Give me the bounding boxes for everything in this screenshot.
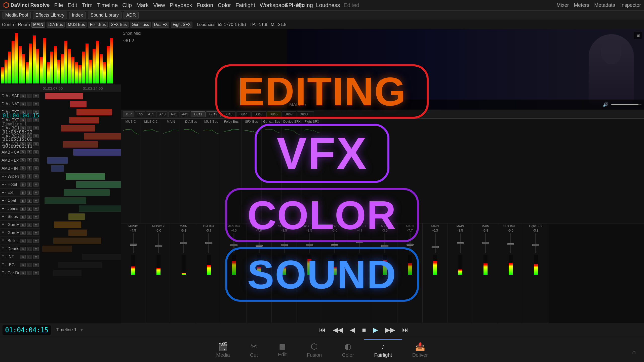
track-btn-m-12[interactable]: M — [33, 191, 39, 195]
track-btn-m-10[interactable]: M — [33, 174, 39, 178]
fader-handle-16[interactable] — [532, 244, 539, 246]
track-btn-b-19[interactable]: B — [20, 247, 26, 251]
track-btn-m-0[interactable]: M — [33, 94, 39, 98]
fader-handle-4[interactable] — [230, 244, 237, 246]
track-btn-m-7[interactable]: M — [33, 150, 39, 154]
track-btn-m-22[interactable]: M — [33, 271, 39, 275]
channel-mus-bus[interactable]: MUS Bus — [66, 22, 87, 28]
nav-color[interactable]: ◐ Color — [332, 339, 364, 360]
timeline-clip-22[interactable] — [53, 270, 82, 276]
channel-defx[interactable]: De...FX — [152, 22, 169, 28]
timeline-clip-4[interactable] — [61, 125, 95, 131]
effects-library-button[interactable]: Effects Library — [33, 12, 67, 19]
fader-handle-2[interactable] — [180, 242, 187, 244]
channel-fol-bus[interactable]: Fol...Bus — [88, 22, 107, 28]
nav-edit[interactable]: ▤ Edit — [268, 340, 297, 359]
channel-main[interactable]: MAIN — [31, 22, 45, 28]
track-btn-b-10[interactable]: B — [20, 174, 26, 178]
timeline-dropdown-arrow[interactable]: ▼ — [80, 328, 84, 332]
track-btn-s-10[interactable]: S — [27, 174, 32, 178]
index-button[interactable]: Index — [69, 12, 86, 19]
nav-fairlight[interactable]: ♪ Fairlight — [364, 339, 402, 360]
menu-mark[interactable]: Mark — [136, 2, 149, 9]
track-btn-s-0[interactable]: S — [27, 94, 32, 98]
track-btn-s-16[interactable]: S — [27, 223, 32, 227]
track-btn-b-1[interactable]: B — [20, 102, 26, 106]
metadata-button[interactable]: Metadata — [594, 2, 615, 8]
track-btn-b-14[interactable]: B — [20, 207, 26, 211]
meters-button[interactable]: Meters — [574, 2, 589, 8]
track-btn-s-13[interactable]: S — [27, 199, 32, 203]
menu-workspace[interactable]: Workspace — [260, 2, 287, 9]
home-button[interactable]: ⌂ — [629, 347, 639, 357]
nav-cut[interactable]: ✂ Cut — [240, 339, 268, 360]
fader-handle-13[interactable] — [457, 242, 464, 244]
timeline-clip-15[interactable] — [68, 213, 85, 220]
track-btn-m-8[interactable]: M — [33, 158, 39, 162]
track-btn-b-9[interactable]: B — [20, 166, 26, 170]
track-btn-m-9[interactable]: M — [33, 166, 39, 170]
track-btn-m-14[interactable]: M — [33, 207, 39, 211]
track-btn-m-20[interactable]: M — [33, 255, 39, 259]
fader-handle-7[interactable] — [306, 244, 313, 246]
track-btn-s-22[interactable]: S — [27, 271, 32, 275]
menu-view[interactable]: View — [153, 2, 165, 9]
menu-edit[interactable]: Edit — [68, 2, 77, 9]
track-btn-b-0[interactable]: B — [20, 94, 26, 98]
play-reverse-button[interactable]: ◀ — [348, 325, 357, 335]
menu-color[interactable]: Color — [218, 2, 231, 9]
track-btn-s-14[interactable]: S — [27, 207, 32, 211]
fader-handle-9[interactable] — [356, 241, 363, 243]
track-btn-b-15[interactable]: B — [20, 215, 26, 219]
timeline-clip-21[interactable] — [58, 262, 102, 268]
timeline-clip-9[interactable] — [51, 165, 64, 172]
track-btn-s-15[interactable]: S — [27, 215, 32, 219]
fader-handle-14[interactable] — [482, 242, 489, 244]
step-forward-button[interactable]: ▶▶ — [383, 325, 397, 335]
track-btn-s-8[interactable]: S — [27, 158, 32, 162]
track-btn-m-16[interactable]: M — [33, 223, 39, 227]
nav-fusion[interactable]: ⬡ Fusion — [297, 339, 332, 360]
track-btn-s-17[interactable]: S — [27, 231, 32, 235]
timeline-clip-12[interactable] — [64, 189, 110, 196]
track-btn-m-19[interactable]: M — [33, 247, 39, 251]
timeline-clip-11[interactable] — [76, 181, 121, 188]
channel-dia-bus[interactable]: DIA Bus — [47, 22, 65, 28]
play-button[interactable]: ▶ — [371, 325, 380, 335]
track-btn-b-11[interactable]: B — [20, 183, 26, 187]
track-btn-s-12[interactable]: S — [27, 191, 32, 195]
timeline-clip-3[interactable] — [69, 117, 99, 123]
fader-handle-10[interactable] — [381, 245, 388, 247]
timeline-area[interactable] — [40, 92, 121, 337]
app-logo[interactable]: ⬡ DaVinci Resolve — [3, 1, 50, 9]
fader-handle-8[interactable] — [331, 244, 338, 246]
track-btn-m-15[interactable]: M — [33, 215, 39, 219]
track-btn-b-22[interactable]: B — [20, 271, 26, 275]
track-btn-m-18[interactable]: M — [33, 239, 39, 243]
sound-library-button[interactable]: Sound Library — [88, 12, 122, 19]
track-btn-m-21[interactable]: M — [33, 263, 39, 267]
track-btn-b-7[interactable]: B — [20, 150, 26, 154]
timeline-clip-18[interactable] — [53, 238, 101, 244]
go-to-end-button[interactable]: ⏭ — [400, 325, 411, 335]
nav-media[interactable]: 🎬 Media — [206, 339, 240, 360]
timeline-clip-0[interactable] — [45, 93, 83, 99]
menu-fairlight[interactable]: Fairlight — [235, 2, 255, 9]
timeline-clip-7[interactable] — [73, 149, 121, 156]
track-btn-m-11[interactable]: M — [33, 183, 39, 187]
menu-timeline[interactable]: Timeline — [97, 2, 118, 9]
track-btn-m-1[interactable]: M — [33, 102, 39, 106]
track-btn-b-21[interactable]: B — [20, 263, 26, 267]
channel-fight-sfx[interactable]: Fight SFX — [171, 22, 192, 28]
track-btn-b-12[interactable]: B — [20, 191, 26, 195]
fader-handle-5[interactable] — [256, 245, 263, 247]
volume-slider[interactable] — [611, 104, 641, 105]
track-btn-s-20[interactable]: S — [27, 255, 32, 259]
timeline-clip-20[interactable] — [82, 254, 121, 260]
timeline-clip-17[interactable] — [68, 230, 87, 236]
timeline-clip-14[interactable] — [79, 205, 121, 212]
fader-handle-6[interactable] — [281, 244, 288, 246]
stop-button[interactable]: ■ — [360, 325, 368, 335]
inspector-button[interactable]: Inspector — [620, 2, 641, 8]
channel-gun-bus[interactable]: Gun...uss — [130, 22, 151, 28]
